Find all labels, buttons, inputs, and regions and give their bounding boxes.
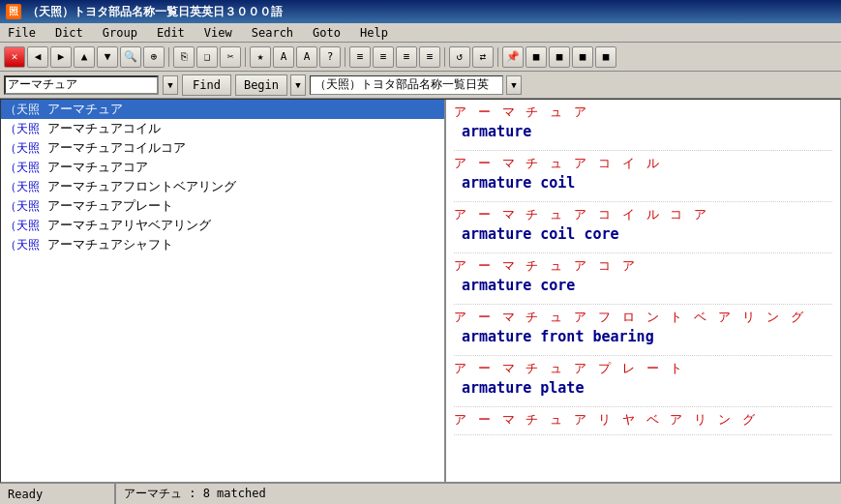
toolbar-button-10[interactable]: ✂ bbox=[220, 46, 241, 68]
list-item[interactable]: （天照アーマチュアプレート bbox=[1, 196, 444, 216]
list-item-tag: （天照 bbox=[5, 102, 44, 118]
toolbar-separator bbox=[245, 47, 246, 67]
begin-button[interactable]: Begin bbox=[235, 74, 287, 96]
en-term: armature core bbox=[462, 277, 832, 294]
en-term: armature plate bbox=[462, 379, 832, 397]
toolbar-button-29[interactable]: ■ bbox=[595, 46, 616, 68]
toolbar-button-25[interactable]: 📌 bbox=[502, 46, 524, 68]
dict-label: （天照）トヨタ部品名称一覧日英 bbox=[310, 75, 503, 95]
right-entry: ア ー マ チ ュ ア プ レ ー トarmature plate bbox=[454, 360, 832, 407]
toolbar-button-27[interactable]: ■ bbox=[549, 46, 570, 68]
list-item[interactable]: （天照アーマチュアコイルコア bbox=[1, 138, 444, 158]
search-dropdown[interactable]: ▼ bbox=[163, 75, 178, 95]
search-input[interactable] bbox=[4, 75, 159, 95]
list-item-term: アーマチュア bbox=[47, 101, 123, 118]
toolbar-button-13[interactable]: A bbox=[273, 46, 294, 68]
en-term: armature coil core bbox=[462, 225, 832, 243]
right-panel: ア ー マ チ ュ アarmatureア ー マ チ ュ ア コ イ ルarma… bbox=[446, 100, 840, 482]
menu-item-dict[interactable]: Dict bbox=[51, 25, 87, 41]
toolbar-button-23[interactable]: ⇄ bbox=[472, 46, 494, 68]
toolbar-button-8[interactable]: ⎘ bbox=[173, 46, 195, 68]
list-item-term: アーマチュアリヤベアリング bbox=[47, 217, 211, 234]
toolbar-button-1[interactable]: ◀ bbox=[27, 46, 48, 68]
toolbar: ✕◀▶▲▼🔍⊕⎘❑✂★AA?≡≡≡≡↺⇄📌■■■■ bbox=[0, 43, 841, 72]
toolbar-button-4[interactable]: ▼ bbox=[97, 46, 118, 68]
list-item-tag: （天照 bbox=[5, 179, 44, 195]
toolbar-button-20[interactable]: ≡ bbox=[419, 46, 440, 68]
toolbar-button-3[interactable]: ▲ bbox=[74, 46, 95, 68]
list-item-tag: （天照 bbox=[5, 198, 44, 215]
toolbar-separator bbox=[345, 47, 345, 67]
right-entry: ア ー マ チ ュ アarmature bbox=[454, 104, 832, 151]
menu-item-goto[interactable]: Goto bbox=[309, 25, 345, 41]
list-item[interactable]: （天照アーマチュアフロントベアリング bbox=[1, 177, 444, 196]
list-item-tag: （天照 bbox=[5, 140, 44, 157]
en-term: armature front bearing bbox=[462, 328, 832, 345]
toolbar-button-26[interactable]: ■ bbox=[526, 46, 547, 68]
toolbar-button-0[interactable]: ✕ bbox=[4, 46, 25, 68]
list-item-term: アーマチュアシャフト bbox=[47, 236, 173, 253]
menu-item-view[interactable]: View bbox=[200, 25, 236, 41]
app-title: （天照）トヨタ部品名称一覧日英英日３０００語 bbox=[27, 4, 283, 20]
right-entry: ア ー マ チ ュ ア コ イ ルarmature coil bbox=[454, 155, 832, 202]
right-entry: ア ー マ チ ュ ア フ ロ ン ト ベ ア リ ン グarmature fr… bbox=[454, 309, 832, 356]
list-item[interactable]: （天照アーマチュアシャフト bbox=[1, 235, 444, 254]
list-item-tag: （天照 bbox=[5, 218, 44, 234]
toolbar-separator bbox=[497, 47, 498, 67]
menu-item-help[interactable]: Help bbox=[356, 25, 392, 41]
toolbar-button-22[interactable]: ↺ bbox=[449, 46, 470, 68]
jp-term: ア ー マ チ ュ ア bbox=[454, 104, 832, 121]
list-item-tag: （天照 bbox=[5, 121, 44, 137]
list-item-term: アーマチュアコイルコア bbox=[47, 139, 186, 157]
title-bar: 照 （天照）トヨタ部品名称一覧日英英日３０００語 bbox=[0, 0, 841, 23]
list-item[interactable]: （天照アーマチュアコイル bbox=[1, 119, 444, 138]
toolbar-button-2[interactable]: ▶ bbox=[50, 46, 72, 68]
toolbar-separator bbox=[168, 47, 169, 67]
en-term: armature bbox=[462, 123, 832, 140]
list-item-tag: （天照 bbox=[5, 160, 44, 176]
left-panel: （天照アーマチュア（天照アーマチュアコイル（天照アーマチュアコイルコア（天照アー… bbox=[1, 100, 446, 482]
en-term: armature coil bbox=[462, 174, 832, 192]
toolbar-button-15[interactable]: ? bbox=[319, 46, 341, 68]
jp-term: ア ー マ チ ュ ア コ イ ル bbox=[454, 155, 832, 172]
search-bar: ▼ Find Begin ▼ （天照）トヨタ部品名称一覧日英 ▼ bbox=[0, 72, 841, 99]
right-entry: ア ー マ チ ュ ア コ アarmature core bbox=[454, 257, 832, 305]
toolbar-button-19[interactable]: ≡ bbox=[396, 46, 417, 68]
jp-term: ア ー マ チ ュ ア プ レ ー ト bbox=[454, 360, 832, 377]
jp-term: ア ー マ チ ュ ア コ ア bbox=[454, 257, 832, 275]
toolbar-button-9[interactable]: ❑ bbox=[196, 46, 218, 68]
list-item-term: アーマチュアコア bbox=[47, 159, 148, 176]
toolbar-button-6[interactable]: ⊕ bbox=[143, 46, 165, 68]
toolbar-button-12[interactable]: ★ bbox=[250, 46, 271, 68]
begin-dropdown[interactable]: ▼ bbox=[290, 74, 306, 96]
status-matched: アーマチュ : 8 matched bbox=[116, 486, 841, 502]
main-content: （天照アーマチュア（天照アーマチュアコイル（天照アーマチュアコイルコア（天照アー… bbox=[0, 99, 841, 483]
menu-item-search[interactable]: Search bbox=[248, 25, 297, 41]
menu-item-file[interactable]: File bbox=[4, 25, 40, 41]
jp-term: ア ー マ チ ュ ア リ ヤ ベ ア リ ン グ bbox=[454, 411, 832, 429]
dict-dropdown[interactable]: ▼ bbox=[506, 75, 522, 95]
toolbar-separator bbox=[444, 47, 445, 67]
toolbar-button-14[interactable]: A bbox=[296, 46, 317, 68]
list-item-term: アーマチュアフロントベアリング bbox=[47, 178, 236, 195]
app-icon: 照 bbox=[6, 4, 21, 19]
jp-term: ア ー マ チ ュ ア コ イ ル コ ア bbox=[454, 206, 832, 223]
list-item-term: アーマチュアプレート bbox=[47, 197, 173, 215]
status-ready: Ready bbox=[0, 484, 116, 504]
list-item-term: アーマチュアコイル bbox=[47, 120, 161, 137]
toolbar-button-18[interactable]: ≡ bbox=[373, 46, 394, 68]
menu-item-edit[interactable]: Edit bbox=[153, 25, 189, 41]
status-bar: Ready アーマチュ : 8 matched bbox=[0, 483, 841, 504]
list-item-tag: （天照 bbox=[5, 237, 44, 253]
find-button[interactable]: Find bbox=[182, 74, 231, 96]
jp-term: ア ー マ チ ュ ア フ ロ ン ト ベ ア リ ン グ bbox=[454, 309, 832, 326]
menu-item-group[interactable]: Group bbox=[99, 25, 141, 41]
list-item[interactable]: （天照アーマチュア bbox=[1, 100, 444, 119]
toolbar-button-28[interactable]: ■ bbox=[572, 46, 593, 68]
right-entry: ア ー マ チ ュ ア リ ヤ ベ ア リ ン グ bbox=[454, 411, 832, 435]
toolbar-button-17[interactable]: ≡ bbox=[349, 46, 371, 68]
right-entry: ア ー マ チ ュ ア コ イ ル コ アarmature coil core bbox=[454, 206, 832, 253]
toolbar-button-5[interactable]: 🔍 bbox=[120, 46, 141, 68]
list-item[interactable]: （天照アーマチュアコア bbox=[1, 158, 444, 177]
list-item[interactable]: （天照アーマチュアリヤベアリング bbox=[1, 216, 444, 235]
